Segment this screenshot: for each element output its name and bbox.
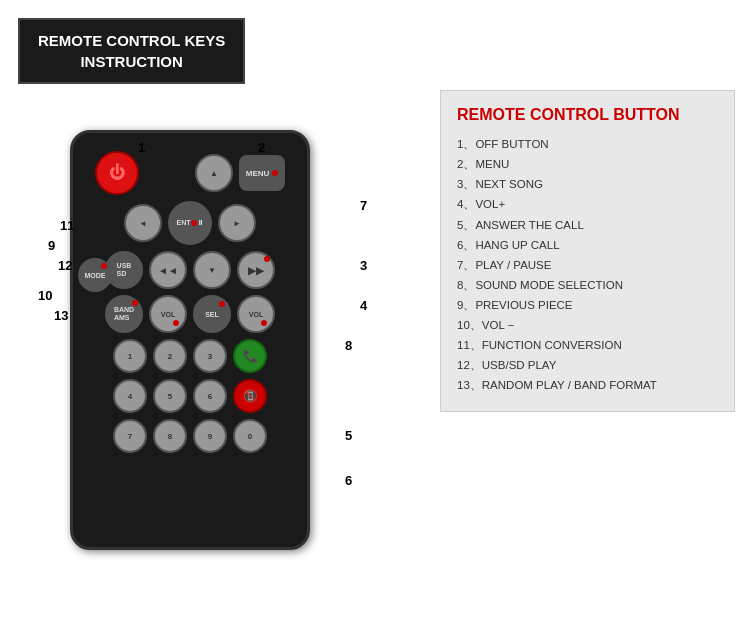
hangup-button[interactable]: 📵: [233, 379, 267, 413]
num9-button[interactable]: 9: [193, 419, 227, 453]
left-button[interactable]: ◄: [124, 204, 162, 242]
callout-8: 8: [345, 338, 352, 353]
menu-button[interactable]: MENU: [239, 155, 285, 191]
callout-10: 10: [38, 288, 52, 303]
info-item-5: 5、ANSWER THE CALL: [457, 217, 718, 233]
callout-6: 6: [345, 473, 352, 488]
info-panel-title: REMOTE CONTROL BUTTON: [457, 105, 718, 124]
info-item-9: 9、PREVIOUS PIECE: [457, 297, 718, 313]
num-row-3: 7 8 9 0: [87, 419, 293, 453]
num-row-2: 4 5 6 📵: [87, 379, 293, 413]
callout-13: 13: [54, 308, 68, 323]
header-line2: INSTRUCTION: [38, 51, 225, 72]
info-item-1: 1、OFF BUTTON: [457, 136, 718, 152]
header-box: REMOTE CONTROL KEYS INSTRUCTION: [18, 18, 245, 84]
info-item-10: 10、VOL－: [457, 317, 718, 333]
up-button[interactable]: ▲: [195, 154, 233, 192]
callout-9: 9: [48, 238, 55, 253]
num1-button[interactable]: 1: [113, 339, 147, 373]
callout-11: 11: [60, 218, 74, 233]
num6-button[interactable]: 6: [193, 379, 227, 413]
info-item-4: 4、VOL+: [457, 196, 718, 212]
callout-12: 12: [58, 258, 72, 273]
num0-button[interactable]: 0: [233, 419, 267, 453]
num5-button[interactable]: 5: [153, 379, 187, 413]
mode-button[interactable]: MODE: [78, 258, 112, 292]
power-button[interactable]: ⏻: [95, 151, 139, 195]
callout-5: 5: [345, 428, 352, 443]
info-item-8: 8、SOUND MODE SELECTION: [457, 277, 718, 293]
num3-button[interactable]: 3: [193, 339, 227, 373]
header-line1: REMOTE CONTROL KEYS: [38, 30, 225, 51]
row-3: USBSD ◄◄ ▼ ▶▶: [87, 251, 293, 289]
info-item-13: 13、RANDOM PLAY / BAND FORMAT: [457, 377, 718, 393]
remote-wrapper: 1 2 3 4 5 6 7 8 9 10 11 12 13 ⏻ ▲ MENU ◄…: [30, 90, 370, 580]
info-item-3: 3、NEXT SONG: [457, 176, 718, 192]
info-item-11: 11、FUNCTION CONVERSION: [457, 337, 718, 353]
info-panel: REMOTE CONTROL BUTTON 1、OFF BUTTON2、MENU…: [440, 90, 735, 412]
row-2: ◄ ENT⏸ ►: [87, 201, 293, 245]
callout-4: 4: [360, 298, 367, 313]
right-button[interactable]: ►: [218, 204, 256, 242]
vol-plus-button[interactable]: VOL: [237, 295, 275, 333]
info-item-6: 6、HANG UP CALL: [457, 237, 718, 253]
band-button[interactable]: BANDAMS: [105, 295, 143, 333]
num2-button[interactable]: 2: [153, 339, 187, 373]
row-4: BANDAMS VOL SEL VOL: [87, 295, 293, 333]
num7-button[interactable]: 7: [113, 419, 147, 453]
info-item-12: 12、USB/SD PLAY: [457, 357, 718, 373]
row-1: ⏻ ▲ MENU: [87, 151, 293, 195]
down-button[interactable]: ▼: [193, 251, 231, 289]
ent-button[interactable]: ENT⏸: [168, 201, 212, 245]
callout-3: 3: [360, 258, 367, 273]
num4-button[interactable]: 4: [113, 379, 147, 413]
callout-2: 2: [258, 140, 265, 155]
info-item-2: 2、MENU: [457, 156, 718, 172]
prev-button[interactable]: ◄◄: [149, 251, 187, 289]
num8-button[interactable]: 8: [153, 419, 187, 453]
next-button[interactable]: ▶▶: [237, 251, 275, 289]
callout-7: 7: [360, 198, 367, 213]
remote-body: ⏻ ▲ MENU ◄ ENT⏸ ► USBSD ◄◄ ▼ ▶▶: [70, 130, 310, 550]
num-row-1: 1 2 3 📞: [87, 339, 293, 373]
info-item-7: 7、PLAY / PAUSE: [457, 257, 718, 273]
sel-button[interactable]: SEL: [193, 295, 231, 333]
vol-minus-button[interactable]: VOL: [149, 295, 187, 333]
callout-1: 1: [138, 140, 145, 155]
answer-button[interactable]: 📞: [233, 339, 267, 373]
info-panel-list: 1、OFF BUTTON2、MENU3、NEXT SONG4、VOL+5、ANS…: [457, 136, 718, 393]
